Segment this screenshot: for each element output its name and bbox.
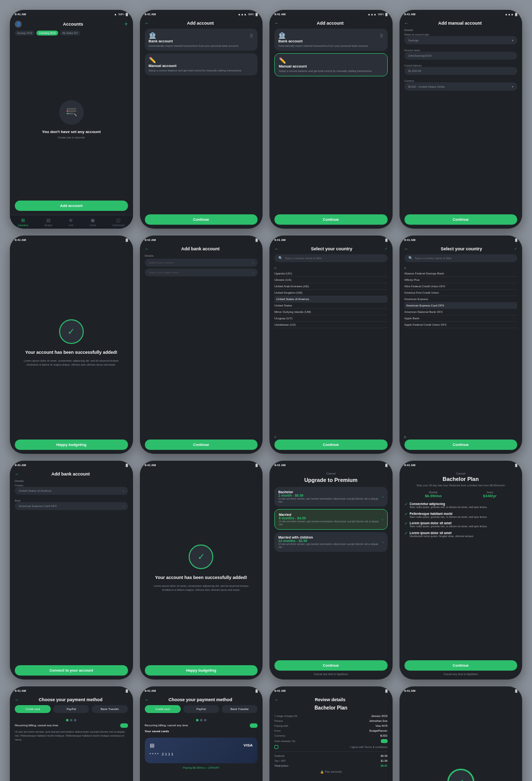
happy-btn-1[interactable]: Happy budgeting bbox=[15, 440, 128, 450]
back-arrow-14[interactable]: ← bbox=[145, 697, 149, 702]
back-arrow-3[interactable]: ← bbox=[274, 21, 279, 26]
battery-9: ▓ bbox=[126, 464, 128, 467]
bank-altra[interactable]: Altra Federal Credit Union OFX bbox=[404, 283, 518, 290]
bank-select[interactable]: Select your bank name › bbox=[145, 269, 258, 276]
back-arrow-7[interactable]: ← bbox=[274, 246, 279, 251]
battery-icon-3: ▓ bbox=[385, 13, 387, 16]
back-arrow-6[interactable]: ← bbox=[145, 246, 149, 251]
time-1: 9:41 AM bbox=[15, 13, 26, 16]
country-uruguay[interactable]: Uruguay (UY) bbox=[274, 315, 388, 322]
continue-btn-12[interactable]: Continue bbox=[404, 660, 518, 671]
currency-input[interactable]: $USD - United States Dollar ▾ bbox=[404, 82, 518, 91]
status-icons-14: ▓ bbox=[256, 689, 258, 692]
country-uzbekistan[interactable]: Uzbekistan (UZ) bbox=[274, 322, 388, 328]
bank-abaeus[interactable]: Abaeus Federal Savings Bank bbox=[404, 271, 518, 277]
back-arrow-2[interactable]: ← bbox=[145, 21, 149, 26]
phone-select-country-1: 9:41 AM ▓ ← Select your country ✓ 🔍 U Ug… bbox=[269, 236, 393, 454]
continue-btn-8[interactable]: Continue bbox=[404, 440, 518, 450]
bank-value-9[interactable]: American Express Card OFX › bbox=[15, 502, 128, 510]
country-uk[interactable]: United Kingdom (GB) bbox=[274, 290, 388, 296]
account-name-input[interactable]: JohnSavings2019 bbox=[404, 52, 518, 60]
status-bar-10: 9:41 AM ▓ bbox=[140, 461, 263, 469]
bank-apple-fed[interactable]: Apple Federal Credit Union OFX bbox=[404, 322, 518, 328]
currency-label-15: Currency bbox=[274, 734, 285, 737]
add-icon[interactable]: + bbox=[124, 21, 128, 28]
country-us[interactable]: United States bbox=[274, 303, 388, 309]
country-search-input-1[interactable] bbox=[285, 257, 384, 260]
country-uae[interactable]: United Arab Emirates (AE) bbox=[274, 283, 388, 290]
toggle-recurring-2[interactable] bbox=[250, 723, 258, 728]
country-value-9[interactable]: United States of America › bbox=[15, 487, 128, 495]
nav-cards[interactable]: ▣ Cards bbox=[90, 218, 96, 227]
back-arrow-4[interactable]: ← bbox=[404, 21, 409, 26]
bank-account-card-2[interactable]: 🏦 🗑 Bank account Automatically import cl… bbox=[274, 29, 388, 51]
credit-card-1[interactable]: ▤ VISA **** 2111 bbox=[145, 738, 258, 763]
country-uganda[interactable]: Uganda (UG) bbox=[274, 271, 388, 277]
pay-tab-cc-2[interactable]: Credit card bbox=[145, 705, 181, 713]
cancel-top-11[interactable]: Cancel bbox=[326, 472, 335, 475]
pay-tab-bank-1[interactable]: Bank Transfer bbox=[92, 705, 128, 713]
tab-wallet[interactable]: My Wallet 207 bbox=[60, 31, 81, 35]
plan-bachelor-desc: Ut wisi ad minim veniam, quis laoreet ex… bbox=[278, 497, 382, 503]
bank-search[interactable]: 🔍 bbox=[404, 254, 518, 262]
country-um[interactable]: Minor Outlying Islands (UM) bbox=[274, 309, 388, 315]
back-arrow-9[interactable]: ← bbox=[15, 472, 19, 476]
plan-mc-desc: Ut wisi ad minim veniam, quis laoreet ex… bbox=[278, 543, 382, 548]
back-arrow-15[interactable]: ← bbox=[274, 697, 279, 702]
select-country-title-2: Select your country bbox=[409, 246, 515, 251]
tab-checking[interactable]: Checking 2018 bbox=[36, 31, 58, 35]
terms-checkbox[interactable] bbox=[274, 745, 278, 749]
tax-value: $1.98 bbox=[381, 759, 388, 762]
continue-btn-2[interactable]: Continue bbox=[274, 214, 388, 225]
bank-search-input[interactable] bbox=[415, 257, 514, 260]
country-select[interactable]: Select your country › bbox=[145, 259, 258, 267]
toggle-recurring-1[interactable] bbox=[120, 723, 128, 728]
bank-america-first[interactable]: America First Credit Union bbox=[404, 290, 518, 296]
yearly-price: $349/yr bbox=[483, 494, 497, 498]
plan-bachelor[interactable]: Bachelor 1 month - $6.99 Ut wisi ad mini… bbox=[274, 487, 388, 507]
bank-affinity[interactable]: Affinity Plus bbox=[404, 277, 518, 283]
back-arrow-13[interactable]: ← bbox=[15, 697, 19, 702]
wifi-icon-3: WiFi bbox=[378, 13, 384, 16]
account-type-input[interactable]: Savings ▾ bbox=[404, 36, 518, 44]
manual-account-card-1[interactable]: ✏️ Manual account Setup a current balanc… bbox=[145, 53, 258, 75]
country-placeholder: Select your country bbox=[149, 261, 174, 264]
country-usa[interactable]: United States of America bbox=[274, 296, 388, 303]
nav-add[interactable]: ⊕ Add bbox=[69, 218, 73, 227]
delete-bank-icon: 🗑 bbox=[249, 33, 254, 38]
review-plan-title: Bachelor Plan bbox=[274, 705, 388, 711]
toggle-renewal[interactable] bbox=[381, 739, 388, 743]
balance-input[interactable]: $1,000.00 bbox=[404, 67, 518, 75]
nav-budget[interactable]: ▤ Budget bbox=[44, 218, 52, 227]
manual-account-card-2[interactable]: ✏️ Manual account Setup a current balanc… bbox=[274, 53, 388, 76]
bank-account-card-1[interactable]: 🏦 🗑 Bank account Automatically import cl… bbox=[145, 29, 258, 51]
nav-inventory[interactable]: ⊞ Inventory bbox=[18, 218, 29, 227]
feature-3-title: Lorem ipsum dolor sit amet bbox=[410, 521, 488, 525]
continue-btn-11[interactable]: Continue bbox=[274, 660, 388, 671]
pay-tab-paypal-2[interactable]: PayPal bbox=[183, 705, 219, 713]
connect-btn-9[interactable]: Connect to your account bbox=[15, 665, 128, 676]
bank-national[interactable]: American National Bank OFX bbox=[404, 309, 518, 315]
continue-btn-6[interactable]: Continue bbox=[145, 440, 258, 450]
back-arrow-8[interactable]: ← bbox=[404, 246, 409, 251]
cancel-top-12[interactable]: Cancel bbox=[456, 472, 466, 475]
check-3: ✓ bbox=[404, 521, 408, 526]
plan-married[interactable]: Married 6 months - $4.99 Ut wisi ad mini… bbox=[274, 509, 388, 530]
pay-tab-paypal-1[interactable]: PayPal bbox=[53, 705, 89, 713]
plan-married-children[interactable]: Married with children 12 months - $3.99 … bbox=[274, 532, 388, 552]
add-account-button[interactable]: Add account bbox=[15, 201, 128, 211]
tab-savings[interactable]: Savings 2019 bbox=[15, 31, 34, 35]
bank-amex-ofx[interactable]: American Express Card OFX bbox=[404, 303, 518, 309]
status-bar-1: 9:41 AM ▲ WiFi ▓ bbox=[10, 10, 133, 18]
pay-tab-cc-1[interactable]: Credit card bbox=[15, 705, 51, 713]
bank-amex[interactable]: American Express bbox=[404, 296, 518, 303]
continue-btn-1[interactable]: Continue bbox=[145, 214, 258, 225]
country-search-1[interactable]: 🔍 bbox=[274, 254, 388, 262]
continue-btn-4[interactable]: Continue bbox=[404, 214, 518, 225]
pay-tab-bank-2[interactable]: Bank Transfer bbox=[222, 705, 258, 713]
continue-btn-7[interactable]: Continue bbox=[274, 440, 388, 450]
happy-btn-2[interactable]: Happy budgeting bbox=[145, 665, 258, 676]
nav-dashboard[interactable]: ◱ Dashboard bbox=[112, 218, 124, 227]
country-ukraine[interactable]: Ukraine (UA) bbox=[274, 277, 388, 283]
bank-apple[interactable]: Apple Bank bbox=[404, 315, 518, 322]
